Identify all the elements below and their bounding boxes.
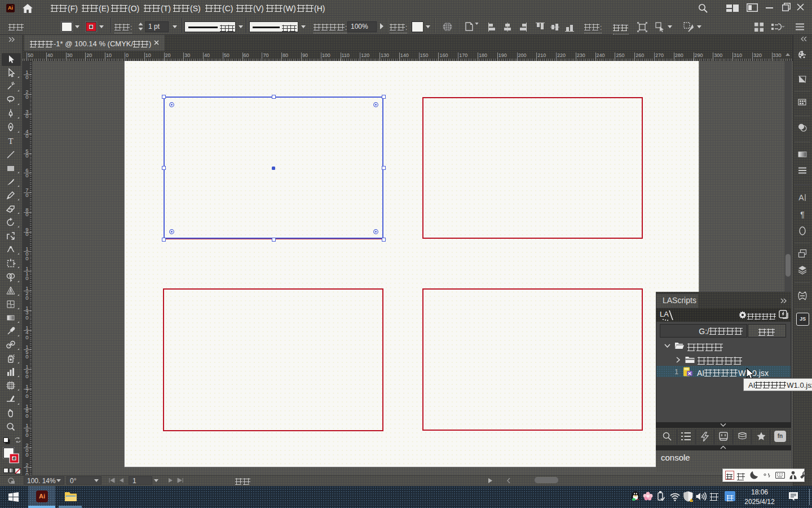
svg-text:T: T xyxy=(8,137,13,146)
svg-text:¶: ¶ xyxy=(800,210,805,219)
svg-text:LA: LA xyxy=(660,310,669,318)
svg-text:A: A xyxy=(798,193,804,202)
